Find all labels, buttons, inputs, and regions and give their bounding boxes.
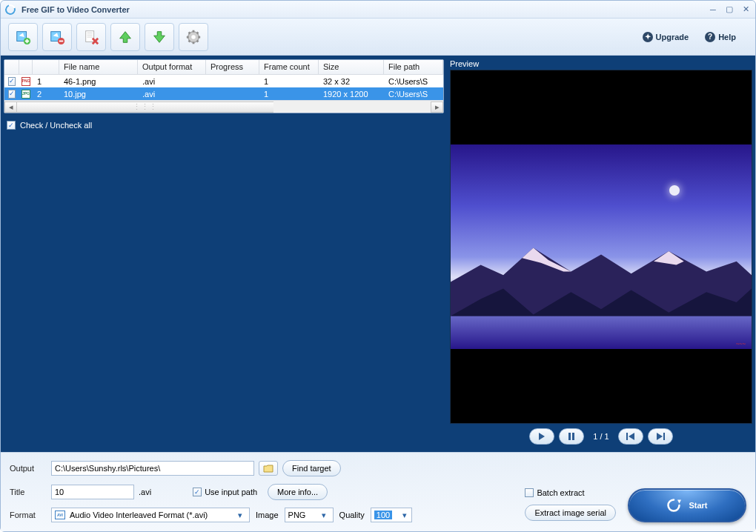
titlebar: Free GIF to Video Converter ─ ▢ ✕ [1,1,755,19]
extract-image-serial-button[interactable]: Extract image serial [525,505,616,521]
svg-marker-8 [154,31,165,42]
table-row[interactable]: ✓PNG146-1.png.avi132 x 32C:\Users\S [4,75,443,87]
preview-panel: Preview ~~~ [450,59,752,449]
mountain-shape [451,234,752,316]
format-select[interactable]: AVI Audio Video Interleaved Format (*.av… [51,508,250,522]
table-body: ✓PNG146-1.png.avi132 x 32C:\Users\S✓JPG2… [4,75,443,100]
col-filepath[interactable]: File path [384,60,443,74]
extract-image-serial-label: Extract image serial [534,508,606,517]
table-row[interactable]: ✓JPG210.jpg.avi11920 x 1200C:\Users\S [4,87,443,100]
move-up-button[interactable] [110,23,140,51]
minimize-button[interactable]: ─ [708,4,718,15]
app-title: Free GIF to Video Converter [21,5,702,14]
use-input-path-checkbox[interactable]: ✓ [193,488,202,496]
start-icon [666,498,681,513]
svg-marker-15 [539,433,545,440]
col-filename[interactable]: File name [59,60,138,74]
more-info-button[interactable]: More info... [268,484,328,500]
remove-file-icon [49,29,65,45]
col-size[interactable]: Size [319,60,384,74]
play-icon [538,433,546,440]
scroll-track[interactable]: ⋮⋮⋮ [17,102,431,113]
pause-button[interactable] [559,428,584,445]
move-down-button[interactable] [145,23,174,51]
row-checkbox[interactable]: ✓ [8,90,16,99]
quality-select[interactable]: 100 ▾ [371,508,412,522]
col-framecount[interactable]: Frame count [259,60,319,74]
row-filename: 10.jpg [59,90,138,99]
svg-rect-17 [572,433,574,440]
prev-frame-button[interactable] [618,428,643,445]
prev-frame-icon [626,433,635,440]
settings-button[interactable] [179,23,208,51]
start-button[interactable]: Start [628,488,746,522]
col-progress[interactable]: Progress [206,60,259,74]
svg-marker-22 [677,500,681,504]
row-checkbox[interactable]: ✓ [8,77,16,86]
find-target-button[interactable]: Find target [282,460,341,476]
quality-label: Quality [339,511,365,519]
png-icon: PNG [21,77,31,86]
start-label: Start [689,501,707,510]
folder-open-icon [263,464,273,473]
add-file-button[interactable] [8,23,38,51]
check-all-checkbox[interactable]: ✓ [7,121,16,130]
upgrade-link[interactable]: ✦ Upgrade [643,32,689,42]
row-size: 1920 x 1200 [319,90,384,99]
title-field[interactable]: 10 [51,485,134,499]
jpg-icon: JPG [21,90,30,99]
row-framecount: 1 [259,90,319,99]
avi-icon: AVI [55,511,65,519]
clear-list-button[interactable] [76,23,106,51]
row-format: .avi [138,90,206,99]
svg-marker-20 [657,433,663,440]
moon-icon [669,185,680,196]
row-framecount: 1 [259,77,319,86]
image-format-select[interactable]: PNG ▾ [285,508,334,522]
preview-label: Preview [450,59,752,68]
row-filename: 46-1.png [59,77,138,86]
title-label: Title [10,488,47,496]
remove-file-button[interactable] [42,23,72,51]
output-path-value: C:\Users\Sunshy.rls\Pictures\ [55,464,160,473]
table-header: File name Output format Progress Frame c… [4,60,443,75]
row-index: 1 [33,77,59,86]
find-target-label: Find target [292,464,331,473]
svg-marker-19 [629,433,634,440]
row-format: .avi [138,77,206,86]
check-all-label: Check / Uncheck all [20,121,92,130]
move-down-icon [151,29,168,45]
next-frame-icon [656,433,665,440]
svg-rect-18 [626,433,628,440]
file-list: File name Output format Progress Frame c… [4,59,444,113]
col-outputformat[interactable]: Output format [138,60,206,74]
maximize-button[interactable]: ▢ [724,4,735,15]
output-path-field[interactable]: C:\Users\Sunshy.rls\Pictures\ [51,461,254,476]
title-extension: .avi [139,488,151,496]
scroll-thumb[interactable]: ⋮⋮⋮ [17,102,273,113]
scroll-left-button[interactable]: ◂ [4,102,17,113]
clear-list-icon [83,29,99,45]
toolbar: ✦ Upgrade ? Help [1,19,755,56]
scroll-right-button[interactable]: ▸ [431,102,443,113]
pause-icon [568,433,575,440]
quality-value: 100 [374,511,392,519]
image-dropdown-icon: ▾ [318,511,330,520]
close-button[interactable]: ✕ [740,4,751,15]
help-link[interactable]: ? Help [705,32,736,42]
svg-point-10 [191,35,196,39]
horizontal-scrollbar[interactable]: ◂ ⋮⋮⋮ ▸ [4,100,443,113]
play-button[interactable] [529,428,554,445]
row-index: 2 [33,90,59,99]
help-icon: ? [705,32,715,42]
gear-icon [185,29,202,45]
batch-extract-checkbox[interactable] [525,488,534,497]
add-file-icon [15,29,31,45]
image-format-value: PNG [288,511,306,519]
browse-output-button[interactable] [259,461,278,476]
batch-extract-label: Batch extract [537,488,584,497]
app-icon [4,2,18,16]
preview-box: ~~~ [450,70,752,424]
help-label: Help [718,33,736,41]
next-frame-button[interactable] [648,428,673,445]
